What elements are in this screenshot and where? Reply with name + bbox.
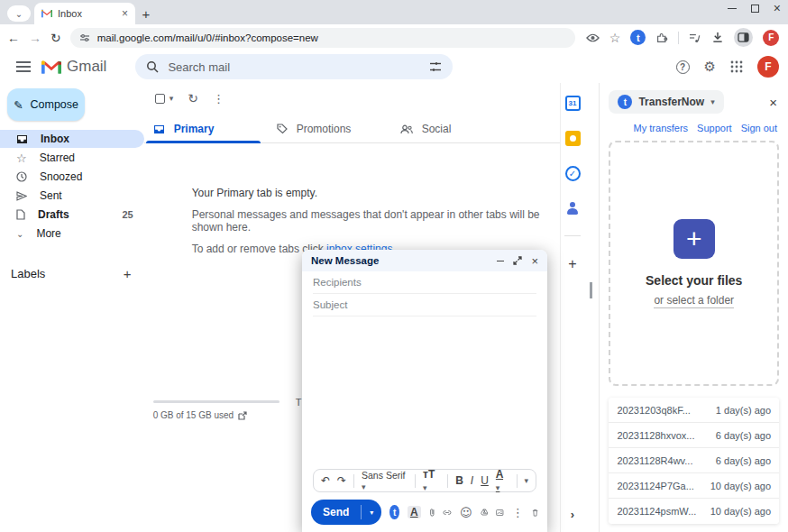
more-options-icon[interactable]: ⋮ [213,92,224,105]
recipients-field[interactable] [313,277,536,288]
add-files-button[interactable]: + [673,219,715,259]
tab-social[interactable]: Social [391,115,515,142]
browser-tab[interactable]: Inbox × [34,3,135,24]
my-transfers-link[interactable]: My transfers [634,123,689,133]
google-apps-icon[interactable] [730,60,743,73]
site-settings-icon[interactable] [79,32,90,43]
transfer-row[interactable]: 20231128hxvox... 6 day(s) ago [609,423,779,448]
sidebar-item-snoozed[interactable]: Snoozed [0,168,144,186]
sidebar-item-sent[interactable]: Sent [0,187,144,205]
redo-icon[interactable]: ↷ [337,474,346,487]
gmail-account-avatar[interactable]: F [757,56,779,78]
insert-drive-icon[interactable] [481,507,489,518]
tasks-icon[interactable]: ✓ [565,166,581,181]
help-icon[interactable]: ? [676,60,690,74]
subject-field[interactable] [313,299,536,310]
new-tab-button[interactable]: + [135,3,157,24]
open-in-new-icon[interactable] [238,411,247,420]
file-dropzone[interactable]: + Select your files or select a folder [609,141,779,386]
more-send-options-icon[interactable]: ⋮ [512,506,524,519]
hide-side-panel-icon[interactable]: › [571,508,574,521]
message-body-field[interactable] [302,316,547,469]
italic-icon[interactable]: I [471,474,473,487]
side-panel-toggle-icon[interactable] [734,28,753,47]
undo-icon[interactable]: ↶ [321,474,330,487]
compose-window: New Message × ↶ ↷ Sans Serif ▾ ᴛT ▾ B [302,250,547,532]
forward-button[interactable]: → [29,31,41,45]
tab-close-icon[interactable]: × [122,7,128,20]
select-all-checkbox[interactable] [155,94,165,104]
transfernow-app-selector[interactable]: t TransferNow ▾ [609,90,723,114]
panel-resize-handle[interactable] [589,282,593,298]
tab-search-button[interactable]: ⌄ [7,5,31,22]
settings-gear-icon[interactable]: ⚙ [704,59,716,75]
sidebar-item-starred[interactable]: ☆ Starred [0,149,144,167]
address-bar[interactable]: mail.google.com/mail/u/0/#inbox?compose=… [70,28,575,48]
sidebar-item-inbox[interactable]: Inbox [0,130,144,148]
attach-file-icon[interactable] [429,506,435,519]
insert-image-icon[interactable] [496,508,504,518]
browser-profile-avatar[interactable]: F [763,30,779,46]
transfer-age: 6 day(s) ago [716,430,771,441]
select-dropdown-icon[interactable]: ▾ [170,94,174,103]
main-menu-icon[interactable] [16,61,31,72]
keep-icon[interactable] [565,131,581,146]
search-icon[interactable] [146,60,159,73]
transfer-name: 20231128R4wv... [617,455,692,466]
select-folder-link[interactable]: or select a folder [654,294,734,308]
close-panel-icon[interactable]: × [769,95,779,110]
discard-draft-icon[interactable] [532,507,538,518]
support-link[interactable]: Support [697,123,732,133]
more-formatting-icon[interactable]: ▾ [524,476,528,485]
media-controls-icon[interactable] [689,32,701,43]
formatting-options-icon[interactable]: A [408,506,421,518]
storage-progress-bar [153,400,279,403]
window-close-button[interactable]: × [774,4,781,13]
contacts-icon[interactable] [565,201,580,216]
underline-icon[interactable]: U [481,474,489,487]
window-minimize-button[interactable] [728,8,737,9]
compose-header[interactable]: New Message × [302,250,547,271]
transfer-row[interactable]: 20231203q8kF... 1 day(s) ago [609,398,779,423]
text-size-icon[interactable]: ᴛT ▾ [423,468,440,493]
sidebar-item-drafts[interactable]: Drafts 25 [0,206,144,224]
chevron-down-icon: ▾ [710,97,715,106]
transfernow-extension-icon[interactable]: t [630,30,646,45]
bookmark-star-icon[interactable]: ☆ [609,31,621,45]
calendar-icon[interactable]: 31 [565,96,581,111]
bold-icon[interactable]: B [455,474,463,487]
reading-mode-icon[interactable] [586,32,600,43]
transfer-row[interactable]: 20231124P7Ga... 10 day(s) ago [609,473,779,499]
compose-button[interactable]: ✎ Compose [7,88,85,121]
transfer-row[interactable]: 20231124psmW... 10 day(s) ago [609,499,779,524]
search-filter-icon[interactable] [429,61,442,72]
downloads-icon[interactable] [711,32,724,43]
popout-compose-icon[interactable] [513,256,522,265]
window-maximize-button[interactable] [751,5,759,13]
empty-description: Personal messages and messages that don'… [192,208,560,234]
insert-emoji-icon[interactable]: ☺ [460,506,472,519]
text-color-icon[interactable]: A ▾ [496,468,509,493]
insert-link-icon[interactable] [443,509,452,517]
sidebar-item-more[interactable]: ⌄ More [0,225,144,243]
send-button[interactable]: Send ▾ [311,500,381,525]
sign-out-link[interactable]: Sign out [741,123,777,133]
storage-meter: 0 GB of 15 GB used [153,400,279,420]
gmail-sidebar: ✎ Compose Inbox ☆ Starred Sno [0,83,144,532]
extensions-puzzle-icon[interactable] [655,32,668,44]
get-addons-icon[interactable]: + [568,256,576,272]
send-options-icon[interactable]: ▾ [362,509,381,517]
refresh-icon[interactable]: ↻ [188,91,198,105]
search-input[interactable]: Search mail [135,54,453,79]
minimize-compose-icon[interactable] [497,261,504,261]
inbox-icon [16,134,28,144]
font-selector[interactable]: Sans Serif ▾ [362,470,408,491]
close-compose-icon[interactable]: × [531,254,538,268]
tab-promotions[interactable]: Promotions [268,115,391,142]
transfernow-attach-icon[interactable]: t [389,505,399,519]
transfer-row[interactable]: 20231128R4wv... 6 day(s) ago [609,448,779,473]
back-button[interactable]: ← [7,31,20,45]
tab-primary[interactable]: Primary [144,115,268,142]
reload-button[interactable]: ↻ [50,31,61,45]
create-label-icon[interactable]: + [124,266,132,281]
